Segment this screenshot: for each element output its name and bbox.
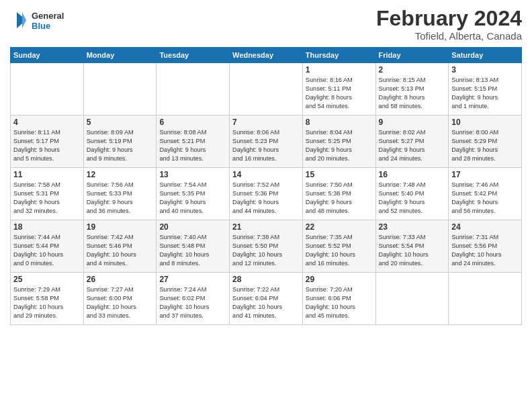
calendar-week-row: 18Sunrise: 7:44 AM Sunset: 5:44 PM Dayli… — [11, 220, 522, 273]
col-wednesday: Wednesday — [230, 48, 303, 63]
day-info: Sunrise: 7:20 AM Sunset: 6:06 PM Dayligh… — [306, 285, 373, 320]
day-number: 17 — [451, 170, 519, 179]
day-info: Sunrise: 8:15 AM Sunset: 5:13 PM Dayligh… — [379, 76, 446, 111]
svg-text:General: General — [32, 11, 64, 21]
day-number: 7 — [232, 118, 300, 127]
day-number: 5 — [87, 118, 154, 127]
table-row — [375, 273, 449, 325]
table-row: 24Sunrise: 7:31 AM Sunset: 5:56 PM Dayli… — [449, 220, 522, 273]
day-info: Sunrise: 7:46 AM Sunset: 5:42 PM Dayligh… — [451, 181, 519, 216]
table-row: 9Sunrise: 8:02 AM Sunset: 5:27 PM Daylig… — [375, 116, 449, 168]
day-info: Sunrise: 8:02 AM Sunset: 5:27 PM Dayligh… — [379, 128, 446, 163]
table-row: 22Sunrise: 7:35 AM Sunset: 5:52 PM Dayli… — [302, 220, 375, 273]
table-row: 1Sunrise: 8:16 AM Sunset: 5:11 PM Daylig… — [302, 63, 375, 116]
day-number: 25 — [13, 275, 81, 284]
day-number: 14 — [232, 170, 300, 179]
logo-block: General Blue — [10, 7, 84, 38]
day-info: Sunrise: 7:44 AM Sunset: 5:44 PM Dayligh… — [13, 233, 81, 268]
col-monday: Monday — [83, 48, 157, 63]
calendar-week-row: 25Sunrise: 7:29 AM Sunset: 5:58 PM Dayli… — [11, 273, 522, 325]
day-number: 10 — [451, 118, 519, 127]
day-info: Sunrise: 7:50 AM Sunset: 5:38 PM Dayligh… — [306, 181, 373, 216]
calendar-container: General Blue February 2024 Tofield, Albe… — [0, 0, 532, 411]
table-row: 16Sunrise: 7:48 AM Sunset: 5:40 PM Dayli… — [375, 168, 449, 220]
day-number: 18 — [13, 222, 81, 232]
table-row: 3Sunrise: 8:13 AM Sunset: 5:15 PM Daylig… — [449, 63, 522, 116]
table-row: 18Sunrise: 7:44 AM Sunset: 5:44 PM Dayli… — [11, 220, 84, 273]
day-info: Sunrise: 8:00 AM Sunset: 5:29 PM Dayligh… — [451, 128, 519, 163]
calendar-week-row: 1Sunrise: 8:16 AM Sunset: 5:11 PM Daylig… — [11, 63, 522, 116]
table-row: 19Sunrise: 7:42 AM Sunset: 5:46 PM Dayli… — [83, 220, 157, 273]
table-row: 29Sunrise: 7:20 AM Sunset: 6:06 PM Dayli… — [302, 273, 375, 325]
day-info: Sunrise: 7:29 AM Sunset: 5:58 PM Dayligh… — [13, 285, 81, 320]
day-info: Sunrise: 7:58 AM Sunset: 5:31 PM Dayligh… — [13, 181, 81, 216]
svg-text:Blue: Blue — [32, 21, 50, 31]
table-row: 2Sunrise: 8:15 AM Sunset: 5:13 PM Daylig… — [375, 63, 449, 116]
day-number: 16 — [379, 170, 446, 179]
day-info: Sunrise: 8:09 AM Sunset: 5:19 PM Dayligh… — [87, 128, 154, 163]
day-number: 4 — [13, 118, 81, 127]
col-tuesday: Tuesday — [157, 48, 230, 63]
day-number: 29 — [306, 275, 373, 284]
month-title: February 2024 — [376, 7, 522, 30]
day-info: Sunrise: 7:38 AM Sunset: 5:50 PM Dayligh… — [232, 233, 300, 268]
calendar-week-row: 11Sunrise: 7:58 AM Sunset: 5:31 PM Dayli… — [11, 168, 522, 220]
day-info: Sunrise: 7:24 AM Sunset: 6:02 PM Dayligh… — [159, 285, 226, 320]
day-info: Sunrise: 7:31 AM Sunset: 5:56 PM Dayligh… — [451, 233, 519, 268]
table-row: 27Sunrise: 7:24 AM Sunset: 6:02 PM Dayli… — [157, 273, 230, 325]
table-row: 21Sunrise: 7:38 AM Sunset: 5:50 PM Dayli… — [230, 220, 303, 273]
table-row: 23Sunrise: 7:33 AM Sunset: 5:54 PM Dayli… — [375, 220, 449, 273]
day-info: Sunrise: 7:48 AM Sunset: 5:40 PM Dayligh… — [379, 181, 446, 216]
page-header: General Blue February 2024 Tofield, Albe… — [10, 7, 522, 42]
day-number: 3 — [451, 65, 519, 75]
table-row: 15Sunrise: 7:50 AM Sunset: 5:38 PM Dayli… — [302, 168, 375, 220]
table-row: 4Sunrise: 8:11 AM Sunset: 5:17 PM Daylig… — [11, 116, 84, 168]
table-row — [11, 63, 84, 116]
svg-marker-3 — [22, 12, 26, 28]
day-number: 8 — [306, 118, 373, 127]
col-saturday: Saturday — [449, 48, 522, 63]
day-number: 21 — [232, 222, 300, 232]
table-row — [230, 63, 303, 116]
calendar-week-row: 4Sunrise: 8:11 AM Sunset: 5:17 PM Daylig… — [11, 116, 522, 168]
table-row — [83, 63, 157, 116]
calendar-table: Sunday Monday Tuesday Wednesday Thursday… — [10, 47, 522, 325]
table-row: 20Sunrise: 7:40 AM Sunset: 5:48 PM Dayli… — [157, 220, 230, 273]
table-row — [449, 273, 522, 325]
day-info: Sunrise: 7:40 AM Sunset: 5:48 PM Dayligh… — [159, 233, 226, 268]
day-info: Sunrise: 8:08 AM Sunset: 5:21 PM Dayligh… — [159, 128, 226, 163]
table-row: 8Sunrise: 8:04 AM Sunset: 5:25 PM Daylig… — [302, 116, 375, 168]
day-number: 2 — [379, 65, 446, 75]
day-info: Sunrise: 7:22 AM Sunset: 6:04 PM Dayligh… — [232, 285, 300, 320]
table-row: 25Sunrise: 7:29 AM Sunset: 5:58 PM Dayli… — [11, 273, 84, 325]
day-number: 9 — [379, 118, 446, 127]
day-info: Sunrise: 7:27 AM Sunset: 6:00 PM Dayligh… — [87, 285, 154, 320]
day-info: Sunrise: 8:16 AM Sunset: 5:11 PM Dayligh… — [306, 76, 373, 111]
day-number: 15 — [306, 170, 373, 179]
day-number: 12 — [87, 170, 154, 179]
day-info: Sunrise: 7:42 AM Sunset: 5:46 PM Dayligh… — [87, 233, 154, 268]
col-friday: Friday — [375, 48, 449, 63]
day-info: Sunrise: 7:54 AM Sunset: 5:35 PM Dayligh… — [159, 181, 226, 216]
table-row: 11Sunrise: 7:58 AM Sunset: 5:31 PM Dayli… — [11, 168, 84, 220]
day-number: 20 — [159, 222, 226, 232]
day-number: 19 — [87, 222, 154, 232]
day-number: 23 — [379, 222, 446, 232]
day-info: Sunrise: 8:13 AM Sunset: 5:15 PM Dayligh… — [451, 76, 519, 111]
day-number: 22 — [306, 222, 373, 232]
day-info: Sunrise: 7:35 AM Sunset: 5:52 PM Dayligh… — [306, 233, 373, 268]
day-info: Sunrise: 8:04 AM Sunset: 5:25 PM Dayligh… — [306, 128, 373, 163]
day-number: 26 — [87, 275, 154, 284]
table-row: 13Sunrise: 7:54 AM Sunset: 5:35 PM Dayli… — [157, 168, 230, 220]
col-thursday: Thursday — [302, 48, 375, 63]
table-row: 12Sunrise: 7:56 AM Sunset: 5:33 PM Dayli… — [83, 168, 157, 220]
location-title: Tofield, Alberta, Canada — [376, 30, 522, 42]
day-info: Sunrise: 7:56 AM Sunset: 5:33 PM Dayligh… — [87, 181, 154, 216]
logo: General Blue — [10, 7, 84, 38]
title-block: February 2024 Tofield, Alberta, Canada — [376, 7, 522, 42]
day-number: 27 — [159, 275, 226, 284]
day-number: 6 — [159, 118, 226, 127]
logo-svg: General Blue — [10, 7, 84, 35]
day-number: 24 — [451, 222, 519, 232]
table-row: 5Sunrise: 8:09 AM Sunset: 5:19 PM Daylig… — [83, 116, 157, 168]
